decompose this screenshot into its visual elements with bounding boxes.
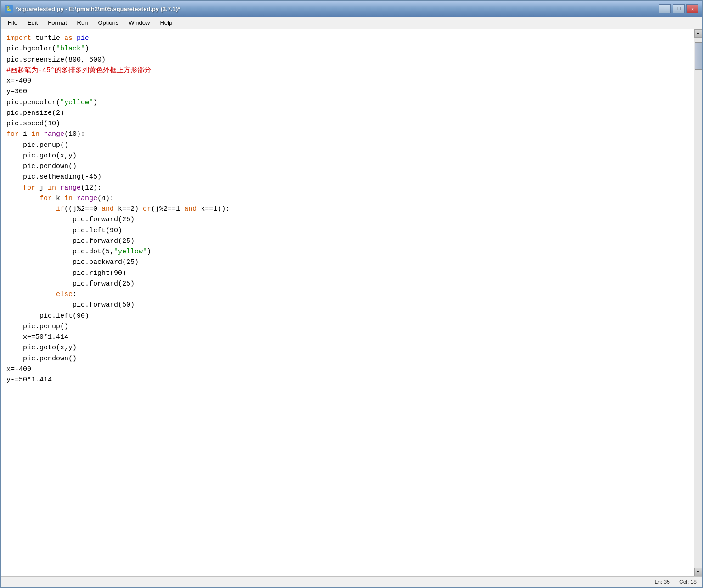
content-area: import turtle as picpic.bgcolor("black")… <box>1 29 702 576</box>
code-line: pic.forward(50) <box>6 300 688 310</box>
menu-help[interactable]: Help <box>155 17 177 28</box>
status-bar: Ln: 35 Col: 18 <box>1 576 702 587</box>
app-icon: 🐍 <box>5 5 13 13</box>
code-line: #画起笔为-45°的多排多列黄色外框正方形部分 <box>6 65 688 76</box>
title-buttons: — □ ✕ <box>659 4 698 13</box>
code-line: pic.pencolor("yellow") <box>6 97 688 108</box>
menu-options[interactable]: Options <box>93 17 124 28</box>
code-line: if((j%2==0 and k==2) or(j%2==1 and k==1)… <box>6 204 688 214</box>
code-line: pic.penup() <box>6 321 688 332</box>
maximize-button[interactable]: □ <box>673 4 685 13</box>
code-line: pic.backward(25) <box>6 257 688 268</box>
code-line: pic.left(90) <box>6 311 688 321</box>
code-line: y=300 <box>6 86 688 97</box>
code-editor[interactable]: import turtle as picpic.bgcolor("black")… <box>1 29 694 576</box>
col-number: Col: 18 <box>679 579 697 585</box>
menu-format[interactable]: Format <box>43 17 72 28</box>
scroll-up-button[interactable]: ▲ <box>694 29 703 38</box>
code-line: pic.bgcolor("black") <box>6 44 688 54</box>
vertical-scrollbar[interactable]: ▲ ▼ <box>694 29 702 576</box>
code-line: pic.forward(25) <box>6 214 688 225</box>
code-line: pic.forward(25) <box>6 279 688 289</box>
code-line: x=-400 <box>6 76 688 86</box>
code-line: pic.pendown() <box>6 161 688 172</box>
code-line: pic.pensize(2) <box>6 108 688 118</box>
menu-run[interactable]: Run <box>72 17 93 28</box>
code-line: pic.dot(5,"yellow") <box>6 246 688 257</box>
code-line: pic.screensize(800, 600) <box>6 55 688 65</box>
menu-edit[interactable]: Edit <box>22 17 43 28</box>
code-line: pic.setheading(-45) <box>6 172 688 182</box>
code-line: else: <box>6 289 688 300</box>
code-line: for j in range(12): <box>6 183 688 193</box>
code-line: pic.left(90) <box>6 225 688 236</box>
menu-bar: File Edit Format Run Options Window Help <box>1 17 702 29</box>
line-number: Ln: 35 <box>655 579 670 585</box>
code-line: for k in range(4): <box>6 193 688 204</box>
main-window: 🐍 *squaretested.py - E:\pmath2\m05\squar… <box>0 0 703 588</box>
scroll-track[interactable] <box>694 38 702 568</box>
scroll-down-button[interactable]: ▼ <box>694 568 703 576</box>
scroll-thumb[interactable] <box>695 42 702 70</box>
code-line: x=-400 <box>6 364 688 375</box>
menu-window[interactable]: Window <box>124 17 155 28</box>
code-line: pic.speed(10) <box>6 118 688 129</box>
menu-file[interactable]: File <box>3 17 22 28</box>
title-bar-left: 🐍 *squaretested.py - E:\pmath2\m05\squar… <box>5 5 180 13</box>
code-line: pic.right(90) <box>6 268 688 279</box>
code-line: y-=50*1.414 <box>6 375 688 385</box>
code-line: x+=50*1.414 <box>6 332 688 342</box>
title-bar: 🐍 *squaretested.py - E:\pmath2\m05\squar… <box>1 1 702 17</box>
code-line: pic.goto(x,y) <box>6 151 688 161</box>
window-title: *squaretested.py - E:\pmath2\m05\squaret… <box>16 6 180 12</box>
code-line: import turtle as pic <box>6 33 688 44</box>
code-line: pic.penup() <box>6 140 688 151</box>
code-line: pic.pendown() <box>6 353 688 364</box>
code-line: pic.goto(x,y) <box>6 342 688 353</box>
close-button[interactable]: ✕ <box>686 4 698 13</box>
minimize-button[interactable]: — <box>659 4 671 13</box>
code-line: pic.forward(25) <box>6 236 688 246</box>
code-line: for i in range(10): <box>6 129 688 140</box>
